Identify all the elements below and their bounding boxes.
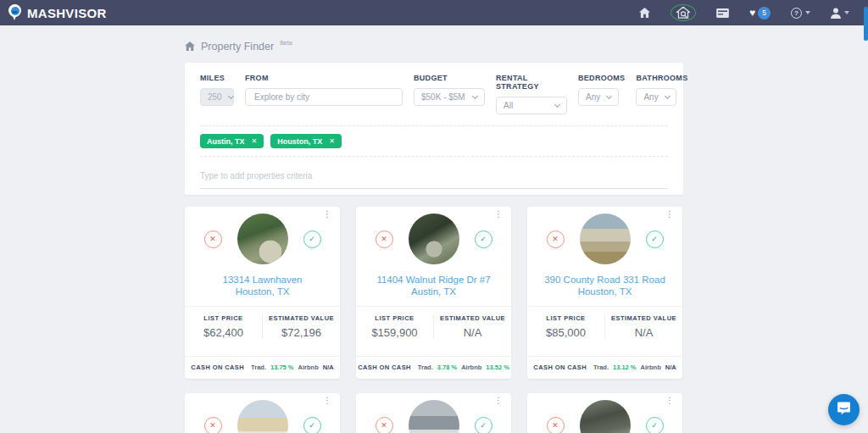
card-menu-icon[interactable]: ⋮ [320,397,334,404]
property-photo[interactable] [580,400,631,433]
property-photo[interactable] [409,400,459,433]
reject-property-button[interactable]: ✕ [547,230,565,248]
budget-value: $50K - $5M [421,92,465,102]
bathrooms-select[interactable]: Any [636,88,676,106]
chevron-down-icon [665,92,670,98]
criteria-input[interactable] [200,171,668,189]
city-search-input[interactable] [245,88,403,106]
check-icon: ✓ [309,235,315,243]
approve-property-button[interactable]: ✓ [303,230,321,248]
rental-strategy-select[interactable]: All [496,97,567,114]
address-line: 11404 Walnut Ridge Dr #7 [356,275,511,286]
approve-property-button[interactable]: ✓ [303,417,321,433]
card-menu-icon[interactable]: ⋮ [492,211,505,218]
reject-property-button[interactable]: ✕ [547,417,565,433]
address-line: 390 County Road 331 Road [527,275,682,286]
x-icon: ✕ [381,421,387,430]
property-address-link[interactable]: 11404 Walnut Ridge Dr #7 Austin, TX [356,275,511,297]
property-photo[interactable] [237,400,288,433]
estimated-value-value: N/A [605,326,682,339]
x-icon: ✕ [552,235,559,243]
traditional-label: Trad. [251,364,266,371]
location-tag[interactable]: Houston, TX ✕ [270,134,342,148]
miles-value: 250 [208,92,222,102]
favorites-nav-button[interactable]: ♥ 5 [749,7,771,19]
cash-on-cash-label: CASH ON CASH [191,364,244,371]
estimated-value-value: $72,196 [263,326,340,339]
rental-strategy-value: All [504,101,513,110]
estimated-value-label: ESTIMATED VALUE [434,314,511,322]
home-nav-button[interactable] [639,8,650,18]
analysis-nav-button[interactable] [716,8,729,18]
home-icon [639,8,650,18]
airbnb-coc-value: N/A [665,364,676,371]
reject-property-button[interactable]: ✕ [376,230,393,248]
approve-property-button[interactable]: ✓ [646,417,664,433]
list-price-value: $159,900 [356,326,433,339]
mashvisor-logo[interactable]: MASHVISOR [8,4,107,21]
traditional-label: Trad. [418,364,433,371]
address-line: 13314 Lawnhaven [185,275,340,286]
account-nav-button[interactable] [831,8,849,19]
check-icon: ✓ [651,235,658,243]
breadcrumb-home-icon [185,39,195,54]
property-finder-nav-button[interactable] [670,4,696,21]
location-tag[interactable]: Austin, TX ✕ [200,134,264,148]
x-icon: ✕ [209,235,216,243]
bedrooms-select[interactable]: Any [578,88,619,106]
page-title: Property Finder [201,41,274,53]
budget-label: BUDGET [414,74,485,82]
city-line: Houston, TX [527,286,682,298]
x-icon: ✕ [552,421,559,430]
card-menu-icon[interactable]: ⋮ [663,397,676,404]
reject-property-button[interactable]: ✕ [204,230,222,248]
card-menu-icon[interactable]: ⋮ [320,211,334,218]
chevron-down-icon [606,92,612,98]
property-card: ⋮ ✕ ✓ 108 RyLee Austin, TX LIST PRICE ES… [185,393,340,433]
chevron-down-icon [554,101,560,107]
approve-property-button[interactable]: ✓ [475,230,492,248]
approve-property-button[interactable]: ✓ [646,230,664,248]
property-card: ⋮ ✕ ✓ 7101 Siepel DR Austin, TX LIST PRI… [356,393,511,433]
property-address-link[interactable]: 390 County Road 331 Road Houston, TX [527,275,682,297]
approve-property-button[interactable]: ✓ [475,417,492,433]
property-photo[interactable] [237,214,288,264]
reject-property-button[interactable]: ✕ [204,417,222,433]
filter-panel: MILES 250 FROM BUDGET $50K - $5M RENTAL … [185,63,683,195]
list-price-value: $85,000 [527,326,604,339]
help-nav-button[interactable]: ? [791,8,810,19]
property-photo[interactable] [409,214,459,264]
x-icon: ✕ [381,235,387,243]
list-price-label: LIST PRICE [185,314,262,322]
tag-label: Houston, TX [277,137,322,146]
remove-tag-icon[interactable]: ✕ [329,137,335,145]
beta-badge: Beta [280,40,292,46]
chat-bubble-icon [837,401,851,419]
list-price-value: $62,400 [185,326,262,339]
card-menu-icon[interactable]: ⋮ [492,397,505,404]
bedrooms-label: BEDROOMS [578,74,625,82]
card-menu-icon[interactable]: ⋮ [663,211,676,218]
city-line: Austin, TX [356,286,511,298]
airbnb-label: Airbnb [641,364,661,371]
user-icon [831,8,841,19]
logo-text: MASHVISOR [27,6,107,20]
card-icon [716,8,729,18]
estimated-value-value: N/A [434,326,511,339]
favorites-count-badge: 5 [758,7,771,19]
property-card-grid: ⋮ ✕ ✓ 13314 Lawnhaven Houston, TX LIST P… [185,207,683,433]
property-photo[interactable] [580,214,631,264]
chevron-down-icon [472,92,478,98]
check-icon: ✓ [480,235,487,243]
scrollbar-thumb[interactable] [864,7,868,41]
remove-tag-icon[interactable]: ✕ [252,137,258,145]
miles-select[interactable]: 250 [200,88,234,106]
check-icon: ✓ [651,421,658,430]
heart-icon: ♥ [749,8,755,18]
budget-select[interactable]: $50K - $5M [414,88,485,106]
chat-launcher-button[interactable] [828,394,860,425]
check-icon: ✓ [480,421,487,430]
traditional-coc-value: 13.75 % [270,364,294,371]
reject-property-button[interactable]: ✕ [376,417,393,433]
property-address-link[interactable]: 13314 Lawnhaven Houston, TX [185,275,340,297]
